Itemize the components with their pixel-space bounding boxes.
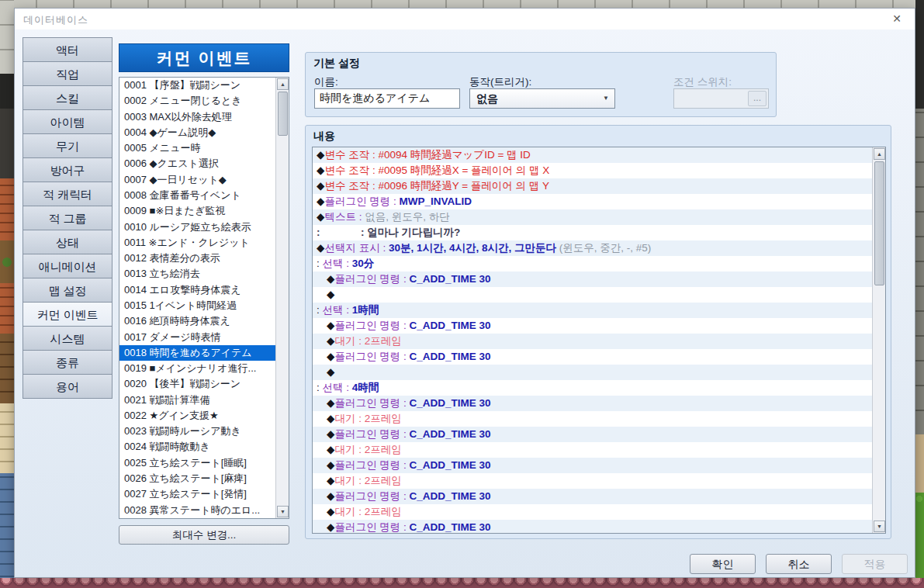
event-list-item[interactable]: 0004 ◆ゲーム説明◆ xyxy=(119,125,275,140)
event-list-item[interactable]: 0020 【後半】戦闘シーン xyxy=(119,376,275,392)
event-command-row[interactable]: ◆대기 : 2프레임 xyxy=(313,504,872,520)
event-command-row[interactable]: ◆선택지 표시 : 30분, 1시간, 4시간, 8시간, 그만둔다 (윈도우,… xyxy=(313,240,872,256)
event-command-row[interactable]: ◆플러그인 명령 : C_ADD_TIME 30 xyxy=(313,318,872,334)
change-maximum-button[interactable]: 최대수 변경... xyxy=(119,525,289,545)
event-command-row[interactable]: ◆플러그인 명령 : C_ADD_TIME 30 xyxy=(313,349,872,365)
event-list-item[interactable]: 0015 1イベント時間経過 xyxy=(119,298,275,313)
sidebar-tab[interactable]: 적 그룹 xyxy=(22,206,112,230)
commands-scrollbar[interactable]: ▲ ▼ xyxy=(872,147,885,533)
event-command-row[interactable]: ◆플러그인 명령 : C_ADD_TIME 30 xyxy=(313,489,872,504)
event-command-row[interactable]: : 선택 : 30分 xyxy=(313,256,872,272)
scrollbar-up-button[interactable]: ▲ xyxy=(874,148,885,160)
event-command-row[interactable]: ◆대기 : 2프레임 xyxy=(313,442,872,458)
event-command-row[interactable]: ◆플러그인 명령 : MWP_INVALID xyxy=(313,194,872,209)
scrollbar-down-button[interactable]: ▼ xyxy=(277,506,289,517)
scrollbar-thumb[interactable] xyxy=(278,92,288,136)
event-list-item[interactable]: 0027 立ち絵ステート[発情] xyxy=(119,486,275,502)
event-list-item[interactable]: 0005 メニュー時 xyxy=(119,140,275,156)
event-command-row[interactable]: : 선택 : 1時間 xyxy=(313,303,872,318)
event-command-row[interactable]: ◆플러그인 명령 : C_ADD_TIME 30 xyxy=(313,520,872,533)
close-icon[interactable]: ✕ xyxy=(889,12,905,26)
sidebar-tab[interactable]: 종류 xyxy=(22,350,112,375)
sidebar-tab[interactable]: 무기 xyxy=(22,133,112,158)
sidebar-tab[interactable]: 용어 xyxy=(22,374,112,399)
map-tile-sand xyxy=(0,403,14,473)
event-list-item[interactable]: 0018 時間を進めるアイテム xyxy=(119,345,275,361)
trigger-dropdown[interactable]: 없음▼ xyxy=(469,88,615,109)
event-command-row[interactable]: : : 얼마나 기다립니까? xyxy=(313,225,872,240)
event-list-item[interactable]: 0014 エロ攻撃時身体震え xyxy=(119,282,275,298)
event-command-row[interactable]: ◆플러그인 명령 : C_ADD_TIME 30 xyxy=(313,396,872,411)
event-list-item[interactable]: 0025 立ち絵ステート[睡眠] xyxy=(119,455,275,471)
event-list-item[interactable]: 0023 戦闘時ルーシア動き xyxy=(119,424,275,439)
event-list-item[interactable]: 0001 【序盤】戦闘シーン xyxy=(119,78,275,93)
command-segment: C_ADD_TIME 30 xyxy=(409,320,490,331)
event-command-row[interactable]: ◆대기 : 2프레임 xyxy=(313,411,872,427)
event-command-row[interactable]: ◆대기 : 2프레임 xyxy=(313,473,872,489)
event-command-row[interactable]: ◆플러그인 명령 : C_ADD_TIME 30 xyxy=(313,272,872,287)
sidebar-tab[interactable]: 커먼 이벤트 xyxy=(22,302,112,327)
command-segment: 선택 : xyxy=(323,304,352,316)
sidebar-tab[interactable]: 방어구 xyxy=(22,157,112,182)
event-list-item[interactable]: 0026 立ち絵ステート[麻痺] xyxy=(119,471,275,486)
event-list-item[interactable]: 0008 金庫番番号イベント xyxy=(119,188,275,203)
sidebar-tab[interactable]: 맵 설정 xyxy=(22,278,112,303)
event-list-item[interactable]: 0006 ◆クエスト選択 xyxy=(119,156,275,171)
event-list-item[interactable]: 0007 ◆一日リセット◆ xyxy=(119,172,275,188)
command-segment: ◆ xyxy=(317,180,324,192)
event-command-row[interactable]: ◆변수 조작 : #0094 時間経過マップID = 맵 ID xyxy=(313,147,872,163)
event-command-row[interactable]: ◆ xyxy=(313,287,872,303)
map-background-bottom xyxy=(0,578,924,588)
event-list-item[interactable]: 0019 ■メインシナリオ進行... xyxy=(119,361,275,376)
sidebar-tab[interactable]: 액터 xyxy=(22,37,112,62)
sidebar-tab[interactable]: 스킬 xyxy=(22,85,112,110)
event-list-item[interactable]: 0012 表情差分の表示 xyxy=(119,251,275,266)
event-list-item[interactable]: 0003 MAX以外除去処理 xyxy=(119,109,275,125)
cancel-button[interactable]: 취소 xyxy=(766,554,832,574)
scrollbar-down-button[interactable]: ▼ xyxy=(874,521,885,532)
title-bar: 데이터베이스 ✕ xyxy=(15,9,915,29)
command-segment: C_ADD_TIME 30 xyxy=(409,490,490,502)
sidebar-tab[interactable]: 애니메이션 xyxy=(22,254,112,278)
command-segment: ◆ xyxy=(327,366,334,378)
event-list-item[interactable]: 0024 戦闘時敵動き xyxy=(119,439,275,455)
event-list-item[interactable]: 0013 立ち絵消去 xyxy=(119,266,275,282)
event-command-row[interactable]: ◆변수 조작 : #0096 時間経過Y = 플레이어 의 맵 Y xyxy=(313,178,872,194)
command-segment: ◆ xyxy=(327,506,334,517)
command-segment: ◆ xyxy=(327,490,334,502)
sidebar-tab[interactable]: 직업 xyxy=(22,61,112,86)
event-list-scrollbar[interactable]: ▲ ▼ xyxy=(275,78,289,518)
event-list-item[interactable]: 0010 ルーシア姫立ち絵表示 xyxy=(119,220,275,235)
event-command-row[interactable]: ◆ xyxy=(313,365,872,380)
event-command-row[interactable]: ◆플러그인 명령 : C_ADD_TIME 30 xyxy=(313,458,872,473)
event-command-row[interactable]: ◆플러그인 명령 : C_ADD_TIME 30 xyxy=(313,427,872,442)
event-list-item[interactable]: 0011 ※エンド・クレジット xyxy=(119,235,275,251)
command-segment: 30分 xyxy=(352,258,375,269)
event-command-row[interactable]: ◆텍스트 : 없음, 윈도우, 하단 xyxy=(313,209,872,225)
event-command-row[interactable]: : 선택 : 4時間 xyxy=(313,380,872,396)
event-command-row[interactable]: ◆대기 : 2프레임 xyxy=(313,334,872,349)
command-segment: ◆ xyxy=(317,211,324,223)
command-segment: 선택 : xyxy=(323,258,352,269)
command-segment: : xyxy=(317,304,323,316)
event-list-item[interactable]: 0028 異常ステート時のエロ... xyxy=(119,503,275,518)
condition-switch-browse-button[interactable]: ... xyxy=(748,91,767,106)
sidebar-tab[interactable]: 적 캐릭터 xyxy=(22,182,112,206)
scrollbar-up-button[interactable]: ▲ xyxy=(277,78,289,90)
sidebar-tab[interactable]: 상태 xyxy=(22,230,112,254)
event-list-item[interactable]: 0016 絶頂時時身体震え xyxy=(119,313,275,329)
name-input[interactable] xyxy=(314,88,460,109)
scrollbar-thumb[interactable] xyxy=(874,161,884,285)
event-command-row[interactable]: ◆변수 조작 : #0095 時間経過X = 플레이어 의 맵 X xyxy=(313,163,872,178)
command-segment: ◆ xyxy=(327,521,334,533)
event-list-item[interactable]: 0021 戦闘計算準備 xyxy=(119,393,275,408)
event-list-item[interactable]: 0009 ■※日またぎ監視 xyxy=(119,203,275,219)
event-list-item[interactable]: 0002 メニュー閉じるとき xyxy=(119,93,275,109)
event-list-item[interactable]: 0017 ダメージ時表情 xyxy=(119,330,275,345)
sidebar-tab[interactable]: 아이템 xyxy=(22,109,112,134)
event-list-item[interactable]: 0022 ★グイン支援★ xyxy=(119,408,275,424)
command-segment: ◆ xyxy=(317,149,324,161)
ok-button[interactable]: 확인 xyxy=(690,554,756,574)
command-segment: ◆ xyxy=(327,397,334,409)
sidebar-tab[interactable]: 시스템 xyxy=(22,326,112,351)
